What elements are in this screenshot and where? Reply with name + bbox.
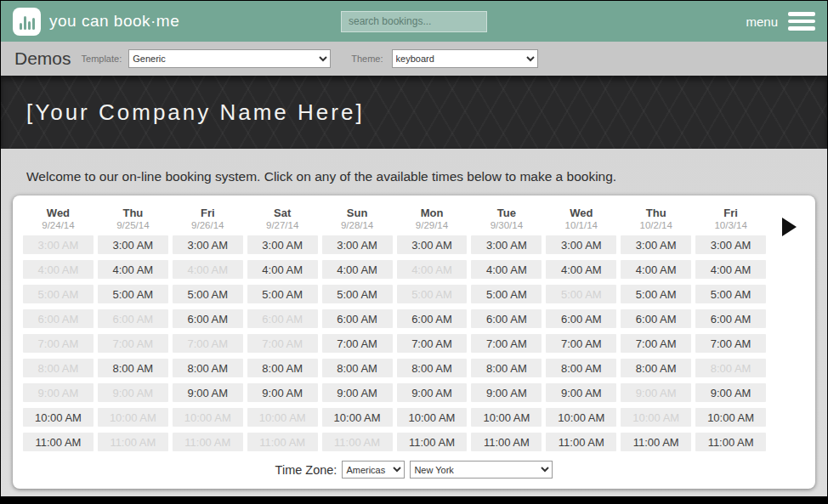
time-slot[interactable]: 11:00 AM bbox=[695, 433, 766, 451]
time-slot[interactable]: 6:00 AM bbox=[621, 309, 691, 328]
time-slot[interactable]: 7:00 AM bbox=[322, 334, 393, 353]
day-name: Thu bbox=[98, 207, 168, 219]
time-slot[interactable]: 9:00 AM bbox=[695, 383, 766, 402]
menu-button[interactable]: menu bbox=[746, 12, 815, 31]
time-slot[interactable]: 11:00 AM bbox=[546, 433, 616, 451]
time-slot[interactable]: 11:00 AM bbox=[621, 433, 691, 451]
time-slot[interactable]: 3:00 AM bbox=[695, 235, 766, 254]
day-name: Fri bbox=[695, 207, 766, 219]
time-slot: 6:00 AM bbox=[98, 309, 168, 328]
time-row: 7:00 AM7:00 AM7:00 AM7:00 AM7:00 AM7:00 … bbox=[20, 334, 769, 353]
time-slot: 9:00 AM bbox=[98, 383, 168, 402]
time-slot[interactable]: 8:00 AM bbox=[546, 359, 616, 377]
hamburger-icon bbox=[788, 12, 815, 31]
time-slot[interactable]: 9:00 AM bbox=[322, 383, 393, 402]
time-slot[interactable]: 4:00 AM bbox=[98, 260, 168, 279]
app-window: you can book·me menu Demos Template: Gen… bbox=[0, 0, 828, 504]
time-slot[interactable]: 10:00 AM bbox=[23, 408, 94, 427]
logo-bar bbox=[20, 23, 22, 30]
time-slot[interactable]: 3:00 AM bbox=[98, 235, 168, 254]
time-slot[interactable]: 7:00 AM bbox=[621, 334, 691, 353]
time-slot[interactable]: 5:00 AM bbox=[322, 285, 393, 303]
time-slot[interactable]: 11:00 AM bbox=[397, 433, 468, 451]
day-header: Sun9/28/14 bbox=[322, 207, 393, 230]
time-row: 10:00 AM10:00 AM10:00 AM10:00 AM10:00 AM… bbox=[20, 408, 769, 427]
time-slot: 11:00 AM bbox=[98, 433, 168, 451]
day-name: Tue bbox=[471, 207, 542, 219]
time-slot: 7:00 AM bbox=[173, 334, 243, 353]
time-slot[interactable]: 5:00 AM bbox=[173, 285, 243, 303]
template-label: Template: bbox=[82, 54, 122, 64]
time-slot[interactable]: 3:00 AM bbox=[546, 235, 616, 254]
template-select[interactable]: Generic bbox=[128, 49, 331, 68]
time-slot[interactable]: 9:00 AM bbox=[471, 383, 542, 402]
time-slot[interactable]: 9:00 AM bbox=[397, 383, 468, 402]
time-slot[interactable]: 6:00 AM bbox=[546, 309, 616, 328]
time-row: 11:00 AM11:00 AM11:00 AM11:00 AM11:00 AM… bbox=[20, 433, 769, 451]
day-date: 10/3/14 bbox=[695, 220, 766, 230]
day-date: 9/28/14 bbox=[322, 220, 393, 230]
time-slot[interactable]: 4:00 AM bbox=[546, 260, 616, 279]
search-input[interactable] bbox=[341, 11, 487, 32]
timezone-city-select[interactable]: New York bbox=[410, 461, 553, 479]
time-slot[interactable]: 5:00 AM bbox=[247, 285, 318, 303]
time-slot[interactable]: 3:00 AM bbox=[322, 235, 393, 254]
time-slot[interactable]: 3:00 AM bbox=[173, 235, 243, 254]
day-date: 10/1/14 bbox=[546, 220, 616, 230]
time-slot[interactable]: 3:00 AM bbox=[471, 235, 542, 254]
time-slot[interactable]: 6:00 AM bbox=[397, 309, 468, 328]
time-slot[interactable]: 3:00 AM bbox=[397, 235, 468, 254]
time-slot[interactable]: 4:00 AM bbox=[247, 260, 318, 279]
time-slot: 3:00 AM bbox=[23, 235, 94, 254]
time-slot[interactable]: 8:00 AM bbox=[471, 359, 542, 377]
time-slot[interactable]: 8:00 AM bbox=[621, 359, 691, 377]
time-slot[interactable]: 3:00 AM bbox=[247, 235, 318, 254]
time-slot[interactable]: 10:00 AM bbox=[322, 408, 393, 427]
time-slot[interactable]: 6:00 AM bbox=[322, 309, 393, 328]
time-slot[interactable]: 9:00 AM bbox=[247, 383, 318, 402]
booking-content: Welcome to our on-line booking system. C… bbox=[1, 149, 827, 496]
theme-select[interactable]: keyboard bbox=[392, 49, 538, 68]
time-slot[interactable]: 5:00 AM bbox=[98, 285, 168, 303]
time-slot[interactable]: 8:00 AM bbox=[98, 359, 168, 377]
time-slot[interactable]: 5:00 AM bbox=[621, 285, 691, 303]
time-slot[interactable]: 9:00 AM bbox=[173, 383, 243, 402]
time-slot[interactable]: 8:00 AM bbox=[173, 359, 243, 377]
timezone-label: Time Zone: bbox=[275, 463, 337, 477]
time-slot[interactable]: 3:00 AM bbox=[621, 235, 691, 254]
day-header: Thu10/2/14 bbox=[621, 207, 691, 230]
day-name: Mon bbox=[397, 207, 468, 219]
time-slot[interactable]: 10:00 AM bbox=[397, 408, 468, 427]
time-slot[interactable]: 4:00 AM bbox=[621, 260, 691, 279]
time-row: 6:00 AM6:00 AM6:00 AM6:00 AM6:00 AM6:00 … bbox=[20, 309, 769, 328]
time-slot[interactable]: 7:00 AM bbox=[695, 334, 766, 353]
time-slot[interactable]: 10:00 AM bbox=[471, 408, 542, 427]
time-slot: 9:00 AM bbox=[23, 383, 94, 402]
time-slot[interactable]: 6:00 AM bbox=[695, 309, 766, 328]
time-slot[interactable]: 8:00 AM bbox=[397, 359, 468, 377]
next-week-arrow[interactable] bbox=[782, 218, 797, 236]
day-name: Thu bbox=[621, 207, 691, 219]
time-slot[interactable]: 5:00 AM bbox=[471, 285, 542, 303]
time-slot[interactable]: 5:00 AM bbox=[695, 285, 766, 303]
time-slot[interactable]: 8:00 AM bbox=[247, 359, 318, 377]
time-slot[interactable]: 7:00 AM bbox=[546, 334, 616, 353]
time-slot[interactable]: 6:00 AM bbox=[173, 309, 243, 328]
time-slot[interactable]: 11:00 AM bbox=[471, 433, 542, 451]
day-date: 9/27/14 bbox=[247, 220, 318, 230]
time-slot[interactable]: 6:00 AM bbox=[471, 309, 542, 328]
time-slot[interactable]: 4:00 AM bbox=[695, 260, 766, 279]
logo-bar bbox=[32, 18, 35, 30]
time-slot[interactable]: 8:00 AM bbox=[322, 359, 393, 377]
timezone-region-select[interactable]: Americas bbox=[342, 461, 405, 479]
time-slot[interactable]: 7:00 AM bbox=[397, 334, 468, 353]
day-name: Wed bbox=[546, 207, 616, 219]
time-slot[interactable]: 11:00 AM bbox=[23, 433, 94, 451]
time-slot[interactable]: 9:00 AM bbox=[546, 383, 616, 402]
time-slot[interactable]: 10:00 AM bbox=[695, 408, 766, 427]
time-slot[interactable]: 4:00 AM bbox=[322, 260, 393, 279]
time-slot[interactable]: 7:00 AM bbox=[471, 334, 542, 353]
time-slot[interactable]: 10:00 AM bbox=[546, 408, 616, 427]
time-slot[interactable]: 4:00 AM bbox=[471, 260, 542, 279]
brand-logo-icon[interactable] bbox=[13, 8, 41, 36]
